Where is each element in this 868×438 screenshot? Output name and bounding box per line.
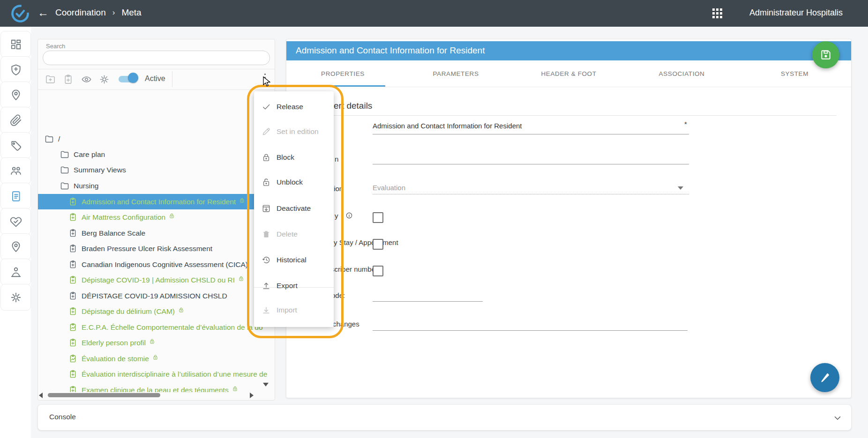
lock-icon xyxy=(262,153,271,162)
add-form-icon[interactable] xyxy=(63,74,74,85)
tree-item-folder[interactable]: Care plan xyxy=(38,147,275,162)
select-caret-icon[interactable] xyxy=(678,186,683,190)
apps-grid-icon[interactable] xyxy=(712,8,724,20)
tab-association[interactable]: ASSOCIATION xyxy=(625,60,738,87)
menu-item-unblock[interactable]: Unblock xyxy=(254,171,334,193)
rail-item-locations[interactable] xyxy=(0,82,31,108)
detail-header: Admission and Contact Information for Re… xyxy=(286,41,851,60)
menu-item-release[interactable]: Release xyxy=(254,96,334,118)
lock-icon xyxy=(169,213,175,219)
save-button[interactable] xyxy=(812,41,839,68)
code-field[interactable] xyxy=(373,294,483,302)
tree-item[interactable]: Examen clinique de la peau et des tégume… xyxy=(38,382,275,392)
tree-item[interactable]: Canadian Indigenous Cognitive Assessment… xyxy=(38,257,275,272)
menu-item-export[interactable]: Export xyxy=(254,275,334,297)
gear-icon xyxy=(10,291,22,304)
tree-item[interactable]: Braden Pressure Ulcer Risk Assessment xyxy=(38,241,275,256)
lock-icon xyxy=(238,275,244,282)
folder-icon xyxy=(60,150,69,159)
hscroll-left-arrow-icon[interactable] xyxy=(39,393,43,398)
tree-item[interactable]: Elderly person profil xyxy=(38,335,275,350)
tree-item[interactable]: Dépistage du délirium (CAM) xyxy=(38,304,275,319)
rail-item-attachments[interactable] xyxy=(0,107,31,134)
info-icon[interactable] xyxy=(345,212,353,219)
divider xyxy=(300,115,837,116)
tree-item-root[interactable]: / xyxy=(38,131,275,147)
tree-item[interactable]: Air Mattress Configuration xyxy=(38,209,275,225)
paperclip-icon xyxy=(10,114,22,126)
tree-more-kebab-icon[interactable] xyxy=(262,72,267,84)
detail-title: Admission and Contact Information for Re… xyxy=(296,45,485,56)
edit-button[interactable] xyxy=(810,363,839,392)
user-menu[interactable]: Administrateur Hospitalis xyxy=(749,8,843,18)
menu-item-delete[interactable]: Delete xyxy=(254,223,334,245)
menu-item-import[interactable]: Import xyxy=(254,299,334,321)
tree: / Care plan Summary Views Nursing Admiss… xyxy=(38,90,275,392)
tree-item-selected[interactable]: Admission and Contact Information for Re… xyxy=(38,194,275,209)
check-icon xyxy=(262,102,271,111)
top-bar: ← Coordination › Meta Administrateur Hos… xyxy=(0,0,868,27)
active-toggle-knob[interactable] xyxy=(128,73,138,83)
rail-item-groups[interactable] xyxy=(0,157,31,184)
rail-item-dashboard[interactable] xyxy=(0,31,31,58)
description-field[interactable] xyxy=(373,157,689,164)
name-field-underline[interactable] xyxy=(373,127,689,134)
rail-item-settings[interactable] xyxy=(0,284,31,311)
add-folder-icon[interactable] xyxy=(45,74,56,85)
changes-field[interactable] xyxy=(373,323,688,331)
search-input[interactable] xyxy=(43,51,270,65)
trainer-icon xyxy=(10,266,22,278)
field-label-fragment: y Stay / Appointment xyxy=(334,238,398,246)
rail-item-documents[interactable] xyxy=(0,183,31,209)
tree-item[interactable]: Berg Balance Scale xyxy=(38,225,275,241)
evaluation-select-underline[interactable] xyxy=(373,187,689,194)
back-arrow-icon[interactable]: ← xyxy=(37,6,49,19)
tree-item-folder[interactable]: Summary Views xyxy=(38,162,275,178)
tab-header-foot[interactable]: HEADER & FOOT xyxy=(512,60,625,87)
menu-item-block[interactable]: Block xyxy=(254,146,334,169)
heart-pulse-icon xyxy=(10,215,22,228)
field-label-fragment: changes xyxy=(333,320,359,328)
breadcrumb-coordination[interactable]: Coordination xyxy=(55,7,106,18)
download-icon xyxy=(262,305,271,315)
checkbox-2[interactable] xyxy=(373,239,383,250)
hscroll-right-arrow-icon[interactable] xyxy=(250,393,254,398)
tab-bar: PROPERTIES PARAMETERS HEADER & FOOT ASSO… xyxy=(286,60,851,87)
console-bar[interactable]: Console xyxy=(37,404,852,431)
tree-item-folder[interactable]: Nursing xyxy=(38,178,275,193)
console-expand-chevron-icon[interactable] xyxy=(832,413,843,423)
rail-item-trainer[interactable] xyxy=(0,259,31,285)
required-asterisk: * xyxy=(684,120,687,128)
upload-icon xyxy=(262,281,271,290)
tree-scroll-down-icon[interactable] xyxy=(263,383,269,386)
lock-icon xyxy=(152,354,158,360)
rail-item-medical-shield[interactable] xyxy=(0,56,31,83)
preview-eye-icon[interactable] xyxy=(81,74,92,85)
breadcrumb-meta[interactable]: Meta xyxy=(121,7,141,18)
tree-item[interactable]: Dépistage COVID-19 | Admission CHSLD ou … xyxy=(38,272,275,288)
save-floppy-icon xyxy=(820,49,832,61)
menu-item-deactivate[interactable]: Deactivate xyxy=(254,197,334,220)
tree-item[interactable]: DÉPISTAGE COVID-19 ADMISSION CHSLD xyxy=(38,288,275,304)
rail-item-tags[interactable] xyxy=(0,132,31,159)
tree-item[interactable]: Évaluation interdisciplinaire à l’utilis… xyxy=(38,366,275,382)
lock-icon xyxy=(239,197,245,203)
field-label-fragment: scriber number xyxy=(331,265,378,273)
tree-item[interactable]: E.C.P.A. Échelle Comportementale d’évalu… xyxy=(38,319,275,335)
hscroll-thumb[interactable] xyxy=(48,393,160,397)
checkbox-1[interactable] xyxy=(373,212,383,223)
breadcrumb: Coordination › Meta xyxy=(55,7,142,18)
rail-item-health[interactable] xyxy=(0,208,31,235)
clipboard-plus-icon xyxy=(68,338,77,347)
clipboard-chart-icon xyxy=(68,354,77,363)
tab-properties[interactable]: PROPERTIES xyxy=(286,60,399,87)
menu-item-set-in-edition[interactable]: Set in edition xyxy=(254,120,334,143)
field-label-fragment: n xyxy=(335,155,338,163)
tree-settings-gear-icon[interactable] xyxy=(99,74,110,85)
tab-parameters[interactable]: PARAMETERS xyxy=(399,60,512,87)
rail-item-locations-2[interactable] xyxy=(0,233,31,260)
active-toggle-label: Active xyxy=(145,74,165,83)
tree-item[interactable]: Évaluation de stomie xyxy=(38,351,275,366)
menu-item-historical[interactable]: Historical xyxy=(254,249,334,271)
checkbox-3[interactable] xyxy=(373,266,383,276)
